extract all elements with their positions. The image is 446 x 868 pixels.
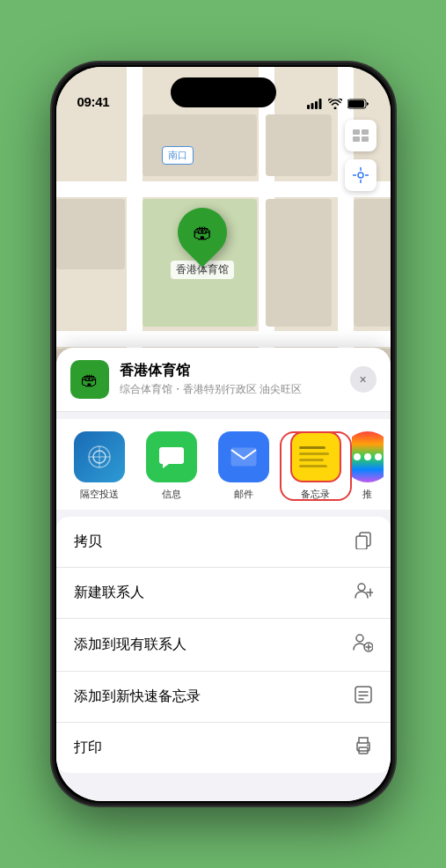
stadium-marker[interactable]: 🏟 香港体育馆 bbox=[171, 208, 234, 279]
svg-rect-0 bbox=[307, 105, 310, 109]
svg-rect-1 bbox=[311, 103, 313, 109]
messages-icon bbox=[146, 431, 197, 482]
map-block bbox=[266, 199, 332, 327]
location-venue-icon: 🏟 bbox=[70, 360, 109, 399]
action-add-existing[interactable]: 添加到现有联系人 bbox=[56, 619, 391, 672]
svg-rect-9 bbox=[362, 136, 369, 142]
svg-rect-34 bbox=[359, 738, 368, 743]
bottom-sheet: 🏟 香港体育馆 综合体育馆・香港特别行政区 油尖旺区 × bbox=[56, 348, 391, 801]
more-icon bbox=[352, 431, 384, 482]
location-subtitle: 综合体育馆・香港特别行政区 油尖旺区 bbox=[120, 382, 340, 397]
svg-point-22 bbox=[358, 584, 365, 591]
svg-rect-2 bbox=[315, 101, 318, 109]
share-row: 隔空投送 信息 bbox=[56, 419, 391, 510]
action-copy-label: 拷贝 bbox=[74, 533, 102, 551]
battery-icon bbox=[347, 99, 369, 109]
map-south-entrance-label: 南口 bbox=[162, 146, 194, 165]
person-plus-icon bbox=[352, 632, 373, 658]
mail-icon bbox=[218, 431, 269, 482]
svg-point-10 bbox=[358, 173, 363, 178]
svg-rect-21 bbox=[356, 536, 367, 549]
svg-rect-7 bbox=[362, 129, 369, 135]
notes-lines bbox=[292, 438, 340, 476]
copy-icon bbox=[354, 530, 373, 554]
signal-icon bbox=[307, 99, 323, 109]
share-items-container: 隔空投送 信息 bbox=[56, 431, 391, 501]
action-print[interactable]: 打印 bbox=[56, 723, 391, 773]
action-add-quick-note[interactable]: 添加到新快速备忘录 bbox=[56, 672, 391, 723]
action-add-existing-label: 添加到现有联系人 bbox=[74, 636, 186, 654]
map-controls bbox=[345, 120, 377, 191]
share-item-messages[interactable]: 信息 bbox=[135, 431, 208, 501]
svg-point-36 bbox=[367, 745, 369, 747]
map-block bbox=[56, 199, 125, 269]
notes-label: 备忘录 bbox=[301, 488, 330, 501]
share-item-notes[interactable]: 备忘录 bbox=[280, 431, 352, 501]
more-label: 推 bbox=[362, 488, 372, 501]
stadium-icon: 🏟 bbox=[193, 221, 212, 244]
share-item-more[interactable]: 推 bbox=[352, 431, 384, 501]
mail-label: 邮件 bbox=[234, 488, 253, 501]
note-add-icon bbox=[354, 685, 373, 709]
location-name: 香港体育馆 bbox=[120, 362, 340, 380]
messages-label: 信息 bbox=[162, 488, 181, 501]
action-add-quick-note-label: 添加到新快速备忘录 bbox=[74, 688, 201, 706]
map-block bbox=[354, 199, 391, 327]
action-new-contact[interactable]: 新建联系人 bbox=[56, 568, 391, 619]
notes-icon bbox=[290, 431, 341, 482]
action-list: 拷贝 新建联系人 bbox=[56, 517, 391, 773]
airdrop-label: 隔空投送 bbox=[80, 488, 119, 501]
status-icons bbox=[307, 99, 369, 109]
action-print-label: 打印 bbox=[74, 739, 102, 757]
action-copy[interactable]: 拷贝 bbox=[56, 517, 391, 568]
dynamic-island bbox=[171, 77, 276, 107]
svg-rect-3 bbox=[318, 99, 321, 109]
svg-point-25 bbox=[356, 635, 363, 642]
svg-rect-8 bbox=[353, 136, 360, 142]
map-block bbox=[143, 114, 257, 176]
share-item-airdrop[interactable]: 隔空投送 bbox=[63, 431, 135, 501]
svg-rect-6 bbox=[353, 129, 360, 135]
share-item-mail[interactable]: 邮件 bbox=[208, 431, 280, 501]
map-block bbox=[266, 114, 332, 176]
close-button[interactable]: × bbox=[350, 366, 377, 393]
map-type-button[interactable] bbox=[345, 120, 377, 151]
action-new-contact-label: 新建联系人 bbox=[74, 584, 144, 602]
svg-rect-19 bbox=[231, 448, 256, 466]
svg-rect-29 bbox=[355, 687, 371, 702]
airdrop-icon bbox=[74, 431, 125, 482]
marker-pin: 🏟 bbox=[167, 197, 237, 267]
location-header: 🏟 香港体育馆 综合体育馆・香港特别行政区 油尖旺区 × bbox=[56, 348, 391, 412]
wifi-icon bbox=[328, 99, 342, 109]
status-time: 09:41 bbox=[77, 94, 110, 109]
print-icon bbox=[354, 736, 373, 760]
location-info: 香港体育馆 综合体育馆・香港特别行政区 油尖旺区 bbox=[120, 362, 340, 397]
svg-rect-5 bbox=[348, 100, 364, 107]
person-add-icon bbox=[354, 581, 373, 605]
location-button[interactable] bbox=[345, 159, 377, 191]
